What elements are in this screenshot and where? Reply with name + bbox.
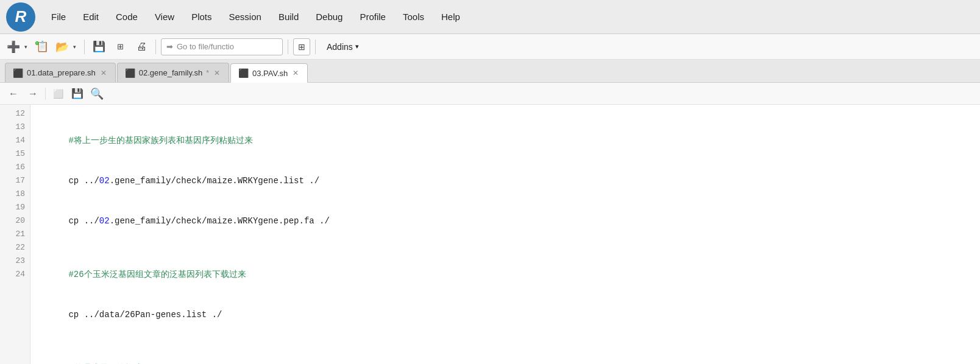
add-source-button[interactable]: 📋 ⊕ [33, 38, 51, 55]
toolbar-divider-4 [315, 40, 316, 54]
tab-02-file-icon: ⬛ [125, 68, 135, 78]
line-num-16: 16 [7, 161, 25, 174]
line-num-24: 24 [7, 268, 25, 281]
editor-save-button[interactable]: 💾 [69, 86, 86, 102]
save-all-button[interactable]: ⊞ [110, 38, 130, 55]
open-file-arrow-icon: ▾ [70, 38, 79, 55]
menu-bar: R File Edit Code View Plots Session Buil… [0, 0, 980, 34]
tab-01-close-icon[interactable]: ✕ [99, 69, 108, 77]
menu-items: File Edit Code View Plots Session Build … [43, 8, 974, 26]
menu-tools[interactable]: Tools [394, 8, 433, 26]
tab-02-modified-indicator: * [206, 69, 209, 77]
code-path-14: 02 [99, 176, 110, 186]
add-source-plus-icon: ⊕ [35, 40, 40, 46]
source-active-icon: ⬜ [53, 89, 63, 99]
line-num-15: 15 [7, 147, 25, 161]
menu-file[interactable]: File [43, 8, 74, 26]
line-num-13: 13 [7, 121, 25, 134]
save-all-icon: ⊞ [117, 42, 124, 51]
editor-search-button[interactable]: 🔍 [88, 86, 105, 102]
tab-01-label: 01.data_prepare.sh [27, 68, 96, 77]
editor-toolbar-divider-1 [45, 88, 46, 100]
print-icon: 🖨 [137, 41, 147, 53]
tab-03-label: 03.PAV.sh [252, 69, 288, 78]
tab-02-label: 02.gene_family.sh [139, 68, 203, 77]
menu-view[interactable]: View [146, 8, 183, 26]
goto-search-placeholder: Go to file/functio [177, 42, 234, 51]
code-line-16 [38, 241, 973, 254]
toolbar-divider-2 [155, 40, 156, 54]
code-line-17: #26个玉米泛基因组文章的泛基因列表下载过来 [38, 254, 973, 295]
save-icon: 💾 [93, 40, 105, 53]
tab-03-pav[interactable]: ⬛ 03.PAV.sh ✕ [230, 63, 308, 83]
code-line-15: cp ../02.gene_family/check/maize.WRKYgen… [38, 201, 973, 241]
code-line-13: #将上一步生的基因家族列表和基因序列粘贴过来 [38, 121, 973, 161]
menu-code[interactable]: Code [107, 8, 146, 26]
line-num-18: 18 [7, 187, 25, 201]
menu-help[interactable]: Help [433, 8, 469, 26]
code-cp-14: cp ../ [68, 176, 99, 186]
code-line-12 [38, 107, 973, 121]
r-logo: R [6, 2, 35, 32]
code-path2-14: .gene_family/check/maize.WRKYgene.list .… [110, 176, 319, 186]
code-line-19 [38, 335, 973, 348]
menu-debug[interactable]: Debug [307, 8, 351, 26]
tab-02-gene-family[interactable]: ⬛ 02.gene_family.sh * ✕ [117, 63, 229, 82]
new-file-arrow-icon: ▾ [21, 38, 30, 55]
code-content[interactable]: #将上一步生的基因家族列表和基因序列粘贴过来 cp ../02.gene_fam… [30, 105, 980, 364]
code-editor: 12 13 14 15 16 17 18 19 20 21 22 23 24 #… [0, 105, 980, 364]
goto-search-box[interactable]: ➡ Go to file/functio [161, 38, 283, 55]
back-icon: ← [9, 88, 18, 99]
toolbar-divider-1 [84, 40, 85, 54]
tab-01-data-prepare[interactable]: ⬛ 01.data_prepare.sh ✕ [5, 63, 116, 82]
code-cp-15: cp ../ [68, 216, 99, 226]
code-line-14: cp ../02.gene_family/check/maize.WRKYgen… [38, 161, 973, 201]
menu-build[interactable]: Build [270, 8, 307, 26]
save-button[interactable]: 💾 [90, 38, 108, 55]
line-num-19: 19 [7, 201, 25, 214]
search-icon: 🔍 [90, 87, 104, 100]
print-button[interactable]: 🖨 [132, 38, 151, 55]
open-file-icon: 📂 [54, 38, 70, 55]
addins-label: Addins [327, 42, 353, 52]
code-cp-18: cp ../data/26Pan-genes.list ./ [68, 310, 222, 320]
comment-17: #26个玉米泛基因组文章的泛基因列表下载过来 [68, 270, 246, 279]
tab-03-file-icon: ⬛ [238, 68, 249, 78]
line-num-22: 22 [7, 241, 25, 254]
code-path-15: 02 [99, 216, 110, 226]
new-file-icon: ➕ [5, 38, 21, 55]
toolbar-divider-3 [288, 40, 288, 54]
goto-arrow-icon: ➡ [166, 42, 173, 51]
comment-13: #将上一步生的基因家族列表和基因序列粘贴过来 [68, 136, 252, 145]
code-path2-15: .gene_family/check/maize.WRKYgene.pep.fa… [110, 216, 330, 226]
grid-layout-button[interactable]: ⊞ [293, 38, 310, 55]
line-num-14: 14 [7, 134, 25, 147]
line-num-12: 12 [7, 107, 25, 121]
forward-icon: → [28, 88, 38, 99]
source-active-button[interactable]: ⬜ [49, 86, 66, 102]
line-num-23: 23 [7, 254, 25, 268]
menu-profile[interactable]: Profile [351, 8, 394, 26]
menu-plots[interactable]: Plots [183, 8, 220, 26]
open-file-button[interactable]: 📂 ▾ [54, 38, 79, 55]
addins-arrow-icon: ▾ [355, 43, 359, 51]
toolbar: ➕ ▾ 📋 ⊕ 📂 ▾ 💾 ⊞ 🖨 ➡ Go to file/functio ⊞… [0, 34, 980, 60]
menu-session[interactable]: Session [221, 8, 270, 26]
new-file-button[interactable]: ➕ ▾ [5, 38, 30, 55]
code-line-18: cp ../data/26Pan-genes.list ./ [38, 295, 973, 335]
grid-icon: ⊞ [298, 42, 305, 52]
line-numbers: 12 13 14 15 16 17 18 19 20 21 22 23 24 [0, 105, 30, 364]
forward-button[interactable]: → [24, 86, 41, 102]
addins-button[interactable]: Addins ▾ [321, 40, 365, 54]
line-num-21: 21 [7, 228, 25, 241]
back-button[interactable]: ← [5, 86, 22, 102]
tab-bar: ⬛ 01.data_prepare.sh ✕ ⬛ 02.gene_family.… [0, 60, 980, 83]
line-num-20: 20 [7, 214, 25, 228]
tab-03-close-icon[interactable]: ✕ [291, 69, 300, 77]
menu-edit[interactable]: Edit [74, 8, 107, 26]
line-num-17: 17 [7, 174, 25, 187]
editor-toolbar: ← → ⬜ 💾 🔍 [0, 83, 980, 105]
tab-02-close-icon[interactable]: ✕ [213, 69, 221, 77]
editor-save-icon: 💾 [71, 88, 83, 99]
code-line-20: #整理成需要的格式 [38, 348, 973, 364]
